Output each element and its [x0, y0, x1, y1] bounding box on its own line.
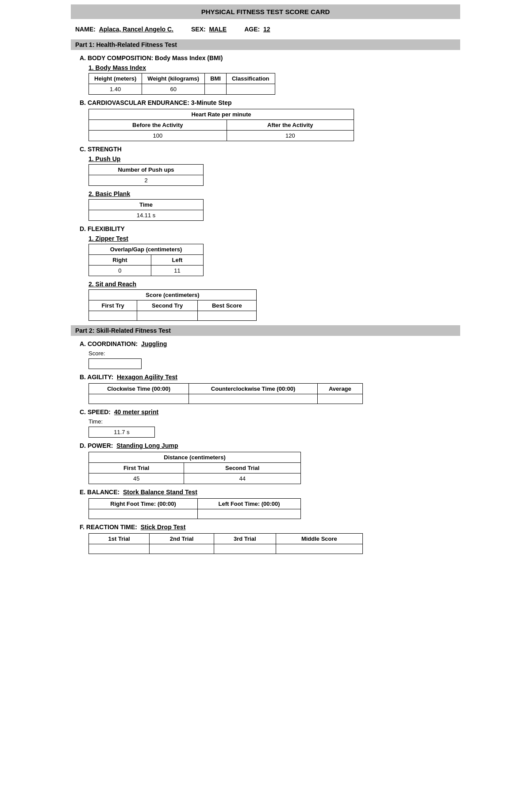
sit-best-header: Best Score — [197, 300, 256, 311]
speed-time-table: 11.7 s — [88, 427, 155, 438]
heart-rate-header: Heart Rate per minute — [89, 109, 354, 120]
section-speed: C. SPEED: 40 meter sprint Time: 11.7 s — [71, 408, 460, 438]
bmi-col-class: Classification — [226, 73, 275, 84]
plank-header: Time — [89, 200, 204, 210]
balance-left-header: Left Foot Time: (00:00) — [198, 499, 301, 509]
power-first-val: 45 — [89, 473, 184, 484]
sit-best-val — [197, 311, 256, 321]
bmi-weight-val: 60 — [142, 84, 205, 95]
sit-first-val — [89, 311, 137, 321]
section-power: D. POWER: Standing Long Jump Distance (c… — [71, 442, 460, 484]
zipper-right-header: Right — [89, 255, 151, 266]
agility-table: Clockwise Time (00:00) Counterclockwise … — [88, 383, 363, 404]
speed-time-val: 11.7 s — [89, 427, 155, 438]
section-c-title: C. STRENGTH — [80, 146, 451, 153]
bmi-height-val: 1.40 — [89, 84, 142, 95]
sit-reach-subsection: 2. Sit and Reach Score (centimeters) Fir… — [80, 281, 451, 321]
zipper-left-header: Left — [151, 255, 203, 266]
balance-table: Right Foot Time: (00:00) Left Foot Time:… — [88, 498, 301, 519]
section-d-title: D. FLEXIBILITY — [80, 225, 451, 232]
agility-avg-val — [317, 394, 362, 404]
zipper-left-val: 11 — [151, 266, 203, 276]
section-coord-title: A. COORDINATION: Juggling — [80, 340, 451, 347]
sit-reach-subtitle: 2. Sit and Reach — [88, 281, 442, 288]
after-value: 120 — [227, 131, 354, 141]
before-header: Before the Activity — [89, 120, 227, 131]
cardio-subsection: Heart Rate per minute Before the Activit… — [80, 109, 451, 141]
section-power-title: D. POWER: Standing Long Jump — [80, 442, 451, 449]
coord-score-box — [88, 358, 142, 369]
bmi-col-weight: Weight (kilograms) — [142, 73, 205, 84]
sex-label: SEX: MALE — [191, 26, 227, 33]
section-balance: E. BALANCE: Stork Balance Stand Test Rig… — [71, 489, 460, 519]
sit-second-val — [137, 311, 197, 321]
pushup-table: Number of Push ups 2 — [88, 164, 204, 186]
speed-time-label: Time: — [88, 418, 442, 425]
reaction-t2-val — [150, 544, 214, 554]
section-speed-title: C. SPEED: 40 meter sprint — [80, 408, 451, 416]
reaction-table: 1st Trial 2nd Trial 3rd Trial Middle Sco… — [88, 533, 363, 554]
student-info: NAME: Aplaca, Rancel Angelo C. SEX: MALE… — [71, 26, 460, 33]
before-value: 100 — [89, 131, 227, 141]
section-a: A. BODY COMPOSITION: Body Mass Index (BM… — [71, 54, 460, 95]
section-coord: A. COORDINATION: Juggling Score: — [71, 340, 460, 369]
section-balance-title: E. BALANCE: Stork Balance Stand Test — [80, 489, 451, 496]
plank-subtitle: 2. Basic Plank — [88, 190, 442, 197]
reaction-t3-header: 3rd Trial — [214, 534, 276, 544]
pushup-value: 2 — [89, 175, 204, 186]
section-d: D. FLEXIBILITY 1. Zipper Test Overlap/Ga… — [71, 225, 460, 321]
balance-left-val — [198, 509, 301, 519]
bmi-subsection: 1. Body Mass Index Height (meters) Weigh… — [80, 64, 451, 95]
power-dist-header: Distance (centimeters) — [89, 452, 301, 463]
name-label: NAME: Aplaca, Rancel Angelo C. — [75, 26, 173, 33]
zipper-header: Overlap/Gap (centimeters) — [89, 244, 204, 255]
plank-subsection: 2. Basic Plank Time 14.11 s — [80, 190, 451, 221]
section-reaction: F. REACTION TIME: Stick Drop Test 1st Tr… — [71, 523, 460, 554]
zipper-subsection: 1. Zipper Test Overlap/Gap (centimeters)… — [80, 235, 451, 276]
bmi-subtitle: 1. Body Mass Index — [88, 64, 442, 71]
reaction-table-wrap: 1st Trial 2nd Trial 3rd Trial Middle Sco… — [80, 533, 451, 554]
section-b-title: B. CARDIOVASCULAR ENDURANCE: 3-Minute St… — [80, 99, 451, 106]
sit-second-header: Second Try — [137, 300, 197, 311]
section-reaction-title: F. REACTION TIME: Stick Drop Test — [80, 523, 451, 531]
section-agility: B. AGILITY: Hexagon Agility Test Clockwi… — [71, 373, 460, 404]
bmi-class-val — [226, 84, 275, 95]
agility-ccw-header: Counterclockwise Time (00:00) — [189, 384, 318, 394]
part1-header: Part 1: Health-Related Fitness Test — [71, 39, 460, 50]
agility-cw-header: Clockwise Time (00:00) — [89, 384, 189, 394]
pushup-header: Number of Push ups — [89, 165, 204, 175]
power-second-header: Second Trial — [184, 463, 301, 473]
pushup-subsection: 1. Push Up Number of Push ups 2 — [80, 155, 451, 186]
agility-table-wrap: Clockwise Time (00:00) Counterclockwise … — [80, 383, 451, 404]
zipper-table: Overlap/Gap (centimeters) Right Left 0 1… — [88, 244, 204, 276]
reaction-t3-val — [214, 544, 276, 554]
power-second-val: 44 — [184, 473, 301, 484]
reaction-t1-header: 1st Trial — [89, 534, 150, 544]
power-table-wrap: Distance (centimeters) First Trial Secon… — [80, 452, 451, 484]
balance-right-val — [89, 509, 198, 519]
pushup-subtitle: 1. Push Up — [88, 155, 442, 162]
plank-table: Time 14.11 s — [88, 199, 204, 221]
zipper-subtitle: 1. Zipper Test — [88, 235, 442, 242]
reaction-t1-val — [89, 544, 150, 554]
sit-reach-header: Score (centimeters) — [89, 290, 257, 300]
plank-value: 14.11 s — [89, 210, 204, 221]
age-label: AGE: 12 — [244, 26, 270, 33]
agility-ccw-val — [189, 394, 318, 404]
balance-table-wrap: Right Foot Time: (00:00) Left Foot Time:… — [80, 498, 451, 519]
bmi-col-height: Height (meters) — [89, 73, 142, 84]
reaction-t2-header: 2nd Trial — [150, 534, 214, 544]
coord-score-label: Score: — [88, 350, 442, 357]
section-c: C. STRENGTH 1. Push Up Number of Push up… — [71, 146, 460, 221]
page-title: PHYSICAL FITNESS TEST SCORE CARD — [71, 4, 460, 19]
agility-cw-val — [89, 394, 189, 404]
reaction-mid-val — [276, 544, 362, 554]
after-header: After the Activity — [227, 120, 354, 131]
balance-right-header: Right Foot Time: (00:00) — [89, 499, 198, 509]
section-agility-title: B. AGILITY: Hexagon Agility Test — [80, 373, 451, 381]
bmi-col-bmi: BMI — [205, 73, 227, 84]
bmi-bmi-val — [205, 84, 227, 95]
section-b: B. CARDIOVASCULAR ENDURANCE: 3-Minute St… — [71, 99, 460, 141]
zipper-right-val: 0 — [89, 266, 151, 276]
cardio-table: Heart Rate per minute Before the Activit… — [88, 109, 354, 141]
